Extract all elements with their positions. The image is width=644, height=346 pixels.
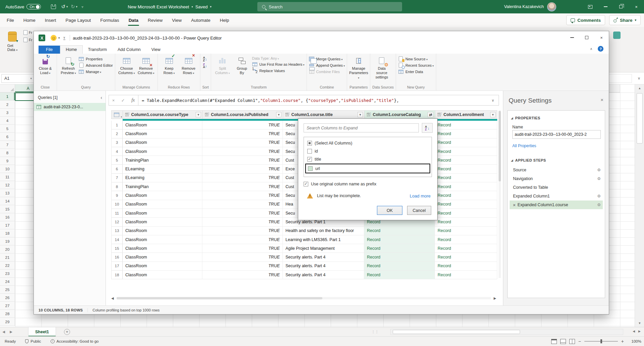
grid-cell[interactable]: Record	[364, 262, 435, 271]
grid-cell[interactable]: ClassRoom	[123, 218, 202, 226]
grid-cell[interactable]: ClassRoom	[123, 121, 202, 129]
recent-sources-button[interactable]: Recent Sources	[398, 63, 434, 68]
grid-cell[interactable]: Record	[364, 235, 435, 244]
grid-cell[interactable]: TRUE	[202, 271, 283, 279]
row-number[interactable]: 10	[0, 165, 15, 173]
row-number[interactable]: 15	[0, 205, 15, 213]
row-number[interactable]: 27	[0, 302, 15, 310]
row-number[interactable]: 9	[111, 191, 123, 200]
sheet-scroll-left-icon[interactable]: ◀	[0, 330, 7, 334]
prefix-checkbox[interactable]	[304, 182, 308, 186]
from-text-button[interactable]: Fr	[23, 30, 34, 35]
sheet-tab-sheet1[interactable]: Sheet1	[28, 327, 56, 337]
properties-button[interactable]: Properties	[78, 56, 113, 61]
ribbon-display-options-button[interactable]	[582, 0, 598, 13]
applied-step[interactable]: Source⚙	[510, 166, 603, 174]
step-settings-gear-icon[interactable]: ⚙	[597, 203, 601, 207]
row-number[interactable]: 12	[111, 218, 123, 226]
close-button[interactable]: ×	[629, 0, 644, 13]
column-header-Column1.course.title[interactable]: ABC123Column1.course.title▾	[283, 110, 364, 119]
grid-cell[interactable]: Record	[435, 200, 497, 209]
user-account[interactable]: Valentina Kazakevich	[504, 0, 556, 13]
row-number[interactable]: 4	[0, 117, 15, 125]
grid-cell[interactable]: TRUE	[202, 121, 283, 129]
grid-cell[interactable]: Agile Project Management	[283, 244, 364, 253]
grid-cell[interactable]: TrainingPlan	[123, 156, 202, 165]
grid-cell[interactable]: Record	[435, 218, 497, 226]
filter-icon[interactable]: ▾	[490, 112, 496, 117]
grid-cell[interactable]: ClassRoom	[123, 138, 202, 147]
restore-button[interactable]	[613, 0, 629, 13]
row-number[interactable]: 18	[111, 271, 123, 279]
row-number[interactable]: 6	[111, 165, 123, 173]
profiling-status[interactable]: Column profiling based on top 1000 rows	[87, 308, 164, 312]
dialog-search-input[interactable]	[304, 123, 419, 132]
row-number[interactable]: 14	[111, 235, 123, 244]
row-number[interactable]: 4	[111, 147, 123, 156]
combine-files-button[interactable]: Combine Files	[309, 69, 345, 74]
scroll-down-icon[interactable]: ▼	[635, 320, 644, 327]
grid-cell[interactable]: Record	[435, 209, 497, 218]
row-number[interactable]: 5	[0, 125, 15, 133]
zoom-in-button[interactable]: +	[621, 339, 624, 344]
grid-cell[interactable]: ClassRoom	[123, 262, 202, 271]
minimize-button[interactable]	[598, 0, 613, 13]
pq-minimize-button[interactable]	[565, 31, 579, 44]
column-header-Column1.enrollment[interactable]: ABC123Column1.enrollment▾	[435, 110, 497, 119]
grid-cell[interactable]: ClassRoom	[123, 244, 202, 253]
name-box[interactable]: A1 ▾	[1, 74, 35, 83]
row-number[interactable]: 3	[0, 109, 15, 117]
grid-cell[interactable]: Record	[435, 156, 497, 165]
grid-cell[interactable]: Record	[435, 138, 497, 147]
keep-rows-button[interactable]: ✓ KeepRows	[160, 55, 179, 75]
row-number[interactable]: 1	[0, 93, 15, 101]
row-number[interactable]: 7	[111, 174, 123, 182]
remove-columns-button[interactable]: × RemoveColumns	[137, 55, 155, 75]
grid-cell[interactable]: TRUE	[202, 227, 283, 235]
grid-cell[interactable]: ELearning	[123, 165, 202, 173]
data-source-settings-button[interactable]: ⚙ Data sourcesettings	[372, 55, 391, 79]
smiley-caret-icon[interactable]: ▾	[58, 36, 60, 40]
normal-view-icon[interactable]	[551, 339, 557, 344]
row-number[interactable]: 16	[111, 253, 123, 262]
applied-step[interactable]: Expanded Column1⚙	[510, 192, 603, 200]
page-break-view-icon[interactable]	[569, 339, 575, 344]
row-number[interactable]: 12	[0, 181, 15, 189]
grid-cell[interactable]: TRUE	[202, 147, 283, 156]
tab-data[interactable]: Data	[124, 13, 143, 27]
grid-cell[interactable]: Learning with LMS365. Part 1	[283, 235, 364, 244]
grid-cell[interactable]: TRUE	[202, 244, 283, 253]
row-number[interactable]: 9	[0, 157, 15, 165]
applied-step[interactable]: ×Expanded Column1.course⚙	[510, 200, 603, 209]
vertical-scroll-thumb[interactable]	[637, 93, 643, 143]
pq-tab-transform[interactable]: Transform	[83, 46, 113, 54]
grid-cell[interactable]: ClassRoom	[123, 191, 202, 200]
grid-cell[interactable]: TRUE	[202, 165, 283, 173]
accessibility-status[interactable]: Accessibility: Good to go	[46, 339, 104, 343]
grid-vscroll-thumb[interactable]	[499, 111, 501, 181]
row-number[interactable]: 20	[0, 245, 15, 253]
row-number[interactable]: 11	[0, 173, 15, 181]
row-number[interactable]: 5	[111, 156, 123, 165]
all-properties-link[interactable]: All Properties	[512, 143, 536, 148]
quick-access-caret-icon[interactable]: ∨	[63, 36, 66, 40]
sort-ascending-button[interactable]: AZ↓	[203, 56, 207, 62]
get-data-button[interactable]: GetData ▾	[3, 30, 22, 69]
use-prefix-option[interactable]: Use original column name as prefix	[304, 182, 376, 186]
column-header-Column1.course.isPublished[interactable]: ABC123Column1.course.isPublished▾	[202, 110, 283, 119]
pq-title-bar[interactable]: X ☺ ▾ ∨ audit-trail-2023-23-03--13-00-00…	[34, 31, 609, 45]
grid-cell[interactable]: Record	[435, 147, 497, 156]
manage-button[interactable]: Manage	[78, 69, 113, 74]
grid-cell[interactable]: Record	[435, 253, 497, 262]
grid-cell[interactable]: ClassRoom	[123, 253, 202, 262]
grid-cell[interactable]: Record	[435, 227, 497, 235]
grid-cell[interactable]: Record	[364, 227, 435, 235]
filter-icon[interactable]: ▾	[276, 112, 281, 117]
enter-data-button[interactable]: Enter Data	[398, 69, 434, 74]
query-settings-close-icon[interactable]: ×	[600, 97, 603, 103]
filter-icon[interactable]: ▾	[358, 112, 363, 117]
formula-bar-expand-icon[interactable]: ∨	[634, 76, 644, 80]
share-button[interactable]: Share▾	[609, 15, 641, 25]
grid-scroll-right-icon[interactable]: ▶	[494, 296, 496, 300]
sheet-scroll-right-icon[interactable]: ▶	[7, 330, 15, 334]
